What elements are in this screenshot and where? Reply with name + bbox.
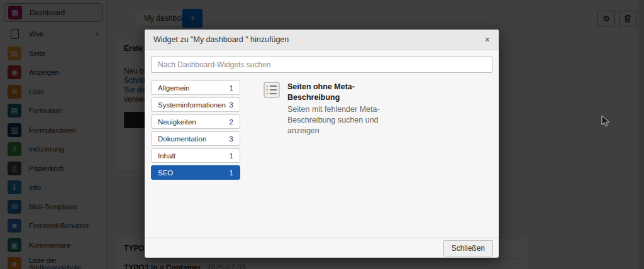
category-count: 3 — [230, 101, 233, 109]
add-widget-modal: Widget zu "My dashboard " hinzufügen × A… — [145, 30, 499, 258]
pages-list-icon — [264, 82, 280, 98]
category-label: Allgemein — [158, 84, 190, 92]
category-label: Dokumentation — [158, 135, 206, 143]
category-count: 3 — [230, 135, 233, 143]
modal-header: Widget zu "My dashboard " hinzufügen × — [145, 30, 499, 50]
category-inhalt[interactable]: Inhalt 1 — [151, 148, 240, 163]
category-count: 1 — [230, 169, 233, 177]
category-dokumentation[interactable]: Dokumentation 3 — [151, 131, 240, 146]
widget-category-list: Allgemein 1 Systeminformationen 3 Neuigk… — [151, 80, 240, 180]
category-allgemein[interactable]: Allgemein 1 — [151, 80, 240, 95]
category-systeminformationen[interactable]: Systeminformationen 3 — [151, 97, 240, 112]
category-label: SEO — [158, 169, 173, 177]
category-neuigkeiten[interactable]: Neuigkeiten 2 — [151, 114, 240, 129]
widget-search-input[interactable] — [151, 57, 492, 73]
category-label: Neuigkeiten — [158, 118, 196, 126]
category-seo-selected[interactable]: SEO 1 — [151, 165, 240, 180]
category-label: Inhalt — [158, 152, 175, 160]
mouse-cursor — [601, 115, 611, 127]
widget-option-title: Seiten ohne Meta-Beschreibung — [287, 82, 366, 103]
category-label: Systeminformationen — [158, 101, 226, 109]
typo3-backend-screen: ▦ Dashboard Web ∧ ▤ Seite ◉ Anzeigen ≣ L… — [0, 0, 644, 269]
close-icon[interactable]: × — [485, 35, 490, 44]
widget-option-text: Seiten ohne Meta-Beschreibung Seiten mit… — [287, 82, 396, 136]
close-button[interactable]: Schließen — [443, 240, 493, 256]
modal-columns: Allgemein 1 Systeminformationen 3 Neuigk… — [151, 80, 492, 180]
category-count: 1 — [230, 84, 233, 92]
widget-option-seiten-ohne-meta[interactable]: Seiten ohne Meta-Beschreibung Seiten mit… — [264, 82, 396, 136]
category-count: 2 — [230, 118, 233, 126]
modal-title: Widget zu "My dashboard " hinzufügen — [153, 35, 289, 44]
modal-footer: Schließen — [145, 238, 499, 258]
category-count: 1 — [230, 152, 233, 160]
widget-option-description: Seiten mit fehlender Meta-Beschreibung s… — [287, 104, 396, 136]
modal-body: Allgemein 1 Systeminformationen 3 Neuigk… — [145, 50, 499, 238]
